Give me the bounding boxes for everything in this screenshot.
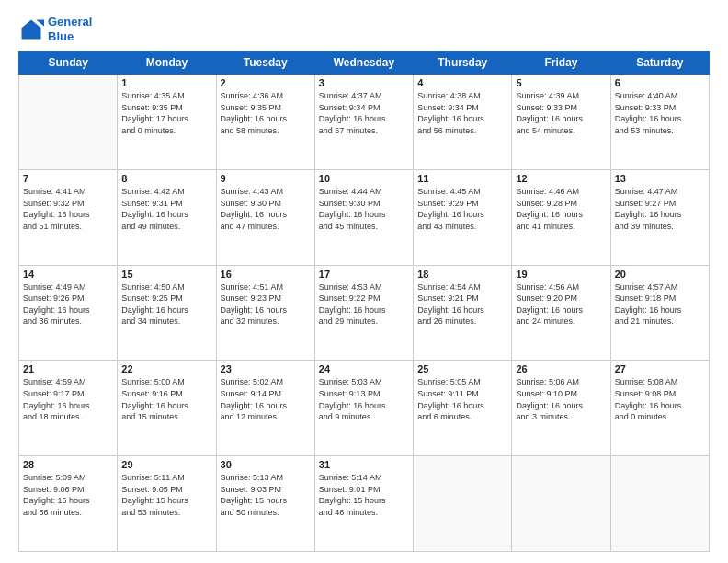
calendar-cell: 18Sunrise: 4:54 AM Sunset: 9:21 PM Dayli… xyxy=(414,265,512,361)
calendar-header-row: SundayMondayTuesdayWednesdayThursdayFrid… xyxy=(19,52,710,75)
calendar-week-row: 14Sunrise: 4:49 AM Sunset: 9:26 PM Dayli… xyxy=(19,265,710,361)
day-info: Sunrise: 5:08 AM Sunset: 9:08 PM Dayligh… xyxy=(615,376,705,422)
calendar-cell: 12Sunrise: 4:46 AM Sunset: 9:28 PM Dayli… xyxy=(512,169,610,265)
calendar-cell: 22Sunrise: 5:00 AM Sunset: 9:16 PM Dayli… xyxy=(118,361,216,456)
day-number: 24 xyxy=(319,363,409,374)
calendar-cell: 20Sunrise: 4:57 AM Sunset: 9:18 PM Dayli… xyxy=(610,265,709,361)
calendar-cell xyxy=(19,75,118,170)
day-number: 2 xyxy=(221,77,311,88)
calendar-week-row: 21Sunrise: 4:59 AM Sunset: 9:17 PM Dayli… xyxy=(19,361,710,456)
calendar-cell: 29Sunrise: 5:11 AM Sunset: 9:05 PM Dayli… xyxy=(118,456,216,552)
day-info: Sunrise: 4:41 AM Sunset: 9:32 PM Dayligh… xyxy=(23,186,113,232)
day-info: Sunrise: 4:47 AM Sunset: 9:27 PM Dayligh… xyxy=(615,186,705,232)
calendar-cell xyxy=(512,456,610,552)
calendar-cell: 17Sunrise: 4:53 AM Sunset: 9:22 PM Dayli… xyxy=(314,265,413,361)
header: General Blue xyxy=(18,15,710,43)
day-info: Sunrise: 5:06 AM Sunset: 9:10 PM Dayligh… xyxy=(516,376,606,422)
calendar-week-row: 28Sunrise: 5:09 AM Sunset: 9:06 PM Dayli… xyxy=(19,456,710,552)
day-number: 3 xyxy=(319,77,409,88)
calendar-week-row: 7Sunrise: 4:41 AM Sunset: 9:32 PM Daylig… xyxy=(19,169,710,265)
day-info: Sunrise: 5:00 AM Sunset: 9:16 PM Dayligh… xyxy=(121,376,211,422)
day-info: Sunrise: 5:09 AM Sunset: 9:06 PM Dayligh… xyxy=(23,472,113,518)
day-number: 4 xyxy=(417,77,507,88)
logo-icon xyxy=(18,17,44,42)
calendar-header-sunday: Sunday xyxy=(19,52,118,75)
day-number: 8 xyxy=(121,173,211,184)
day-info: Sunrise: 4:50 AM Sunset: 9:25 PM Dayligh… xyxy=(121,282,211,327)
day-number: 29 xyxy=(121,459,211,470)
day-number: 16 xyxy=(221,269,311,280)
day-info: Sunrise: 4:49 AM Sunset: 9:26 PM Dayligh… xyxy=(23,282,113,327)
day-info: Sunrise: 4:53 AM Sunset: 9:22 PM Dayligh… xyxy=(319,282,409,327)
day-info: Sunrise: 4:59 AM Sunset: 9:17 PM Dayligh… xyxy=(23,376,113,422)
day-number: 17 xyxy=(319,269,409,280)
day-number: 10 xyxy=(319,173,409,184)
calendar-cell: 30Sunrise: 5:13 AM Sunset: 9:03 PM Dayli… xyxy=(216,456,314,552)
calendar-cell: 1Sunrise: 4:35 AM Sunset: 9:35 PM Daylig… xyxy=(118,75,216,170)
day-number: 30 xyxy=(221,459,311,470)
calendar-header-monday: Monday xyxy=(118,52,216,75)
page: General Blue SundayMondayTuesdayWednesda… xyxy=(0,0,728,563)
calendar-cell: 25Sunrise: 5:05 AM Sunset: 9:11 PM Dayli… xyxy=(414,361,512,456)
calendar-header-saturday: Saturday xyxy=(610,52,709,75)
calendar-cell: 3Sunrise: 4:37 AM Sunset: 9:34 PM Daylig… xyxy=(314,75,413,170)
day-info: Sunrise: 4:37 AM Sunset: 9:34 PM Dayligh… xyxy=(319,90,409,136)
calendar-cell xyxy=(610,456,709,552)
day-info: Sunrise: 4:46 AM Sunset: 9:28 PM Dayligh… xyxy=(516,186,606,232)
day-info: Sunrise: 4:39 AM Sunset: 9:33 PM Dayligh… xyxy=(516,90,606,136)
day-number: 21 xyxy=(23,363,113,374)
day-info: Sunrise: 5:02 AM Sunset: 9:14 PM Dayligh… xyxy=(221,376,311,422)
calendar-cell: 4Sunrise: 4:38 AM Sunset: 9:34 PM Daylig… xyxy=(414,75,512,170)
day-number: 26 xyxy=(516,363,606,374)
day-number: 15 xyxy=(121,269,211,280)
day-info: Sunrise: 4:43 AM Sunset: 9:30 PM Dayligh… xyxy=(221,186,311,232)
day-number: 12 xyxy=(516,173,606,184)
day-number: 27 xyxy=(615,363,705,374)
calendar-header-tuesday: Tuesday xyxy=(216,52,314,75)
calendar-cell: 27Sunrise: 5:08 AM Sunset: 9:08 PM Dayli… xyxy=(610,361,709,456)
day-number: 23 xyxy=(221,363,311,374)
day-info: Sunrise: 5:14 AM Sunset: 9:01 PM Dayligh… xyxy=(319,472,409,518)
day-number: 6 xyxy=(615,77,705,88)
calendar-header-thursday: Thursday xyxy=(414,52,512,75)
calendar-cell xyxy=(414,456,512,552)
day-info: Sunrise: 4:35 AM Sunset: 9:35 PM Dayligh… xyxy=(121,90,211,136)
day-number: 1 xyxy=(121,77,211,88)
day-info: Sunrise: 4:45 AM Sunset: 9:29 PM Dayligh… xyxy=(417,186,507,232)
day-info: Sunrise: 4:44 AM Sunset: 9:30 PM Dayligh… xyxy=(319,186,409,232)
day-number: 9 xyxy=(221,173,311,184)
day-info: Sunrise: 4:51 AM Sunset: 9:23 PM Dayligh… xyxy=(221,282,311,327)
calendar-cell: 26Sunrise: 5:06 AM Sunset: 9:10 PM Dayli… xyxy=(512,361,610,456)
calendar-cell: 16Sunrise: 4:51 AM Sunset: 9:23 PM Dayli… xyxy=(216,265,314,361)
calendar-cell: 31Sunrise: 5:14 AM Sunset: 9:01 PM Dayli… xyxy=(314,456,413,552)
calendar-table: SundayMondayTuesdayWednesdayThursdayFrid… xyxy=(18,51,710,552)
calendar-cell: 2Sunrise: 4:36 AM Sunset: 9:35 PM Daylig… xyxy=(216,75,314,170)
day-number: 22 xyxy=(121,363,211,374)
day-number: 13 xyxy=(615,173,705,184)
day-info: Sunrise: 4:40 AM Sunset: 9:33 PM Dayligh… xyxy=(615,90,705,136)
day-info: Sunrise: 5:03 AM Sunset: 9:13 PM Dayligh… xyxy=(319,376,409,422)
calendar-cell: 5Sunrise: 4:39 AM Sunset: 9:33 PM Daylig… xyxy=(512,75,610,170)
day-number: 18 xyxy=(417,269,507,280)
day-number: 19 xyxy=(516,269,606,280)
calendar-cell: 13Sunrise: 4:47 AM Sunset: 9:27 PM Dayli… xyxy=(610,169,709,265)
calendar-header-wednesday: Wednesday xyxy=(314,52,413,75)
day-number: 20 xyxy=(615,269,705,280)
day-info: Sunrise: 5:13 AM Sunset: 9:03 PM Dayligh… xyxy=(221,472,311,518)
calendar-cell: 21Sunrise: 4:59 AM Sunset: 9:17 PM Dayli… xyxy=(19,361,118,456)
day-number: 28 xyxy=(23,459,113,470)
calendar-header-friday: Friday xyxy=(512,52,610,75)
logo-text: General Blue xyxy=(48,15,92,43)
calendar-cell: 28Sunrise: 5:09 AM Sunset: 9:06 PM Dayli… xyxy=(19,456,118,552)
day-info: Sunrise: 4:36 AM Sunset: 9:35 PM Dayligh… xyxy=(221,90,311,136)
calendar-cell: 11Sunrise: 4:45 AM Sunset: 9:29 PM Dayli… xyxy=(414,169,512,265)
calendar-cell: 10Sunrise: 4:44 AM Sunset: 9:30 PM Dayli… xyxy=(314,169,413,265)
calendar-cell: 15Sunrise: 4:50 AM Sunset: 9:25 PM Dayli… xyxy=(118,265,216,361)
logo: General Blue xyxy=(18,15,92,43)
calendar-cell: 24Sunrise: 5:03 AM Sunset: 9:13 PM Dayli… xyxy=(314,361,413,456)
calendar-cell: 23Sunrise: 5:02 AM Sunset: 9:14 PM Dayli… xyxy=(216,361,314,456)
day-number: 5 xyxy=(516,77,606,88)
day-info: Sunrise: 4:42 AM Sunset: 9:31 PM Dayligh… xyxy=(121,186,211,232)
calendar-cell: 6Sunrise: 4:40 AM Sunset: 9:33 PM Daylig… xyxy=(610,75,709,170)
day-number: 14 xyxy=(23,269,113,280)
